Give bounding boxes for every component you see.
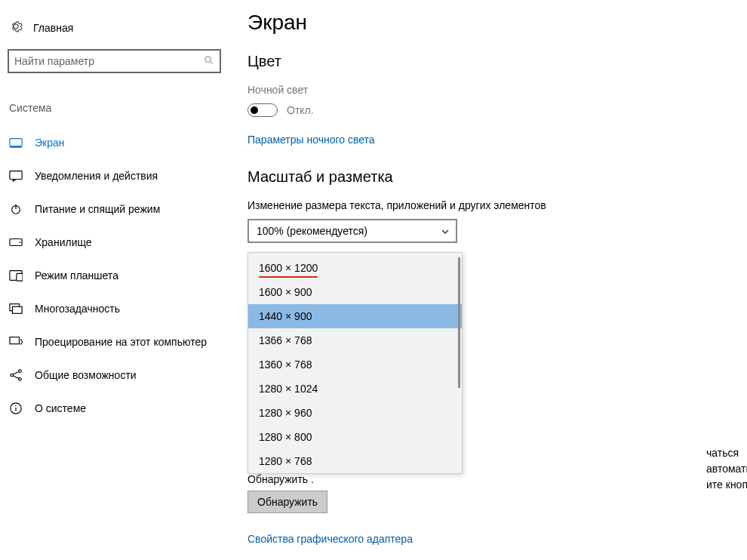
resolution-dropdown-list[interactable]: 1600 × 12001600 × 9001440 × 9001366 × 76… bbox=[247, 252, 463, 474]
sidebar-item-label: Уведомления и действия bbox=[35, 170, 158, 182]
scale-label: Изменение размера текста, приложений и д… bbox=[247, 199, 732, 211]
detect-button[interactable]: Обнаружить bbox=[247, 491, 327, 513]
sidebar-item-project[interactable]: Проецирование на этот компьютер bbox=[8, 325, 234, 358]
sidebar-item-notifications[interactable]: Уведомления и действия bbox=[8, 159, 234, 192]
sidebar-item-power[interactable]: Питание и спящий режим bbox=[8, 192, 234, 226]
search-icon bbox=[204, 55, 214, 68]
svg-point-18 bbox=[19, 378, 22, 381]
power-icon bbox=[9, 202, 23, 216]
sidebar-section-label: Система bbox=[8, 102, 234, 114]
resolution-option[interactable]: 1600 × 900 bbox=[248, 280, 462, 304]
project-icon bbox=[9, 335, 23, 349]
resolution-option[interactable]: 1280 × 960 bbox=[248, 401, 462, 425]
sidebar-item-display[interactable]: Экран bbox=[8, 126, 234, 159]
scrollbar[interactable] bbox=[458, 257, 460, 388]
adapter-link[interactable]: Свойства графического адаптера bbox=[247, 533, 413, 545]
chevron-down-icon bbox=[441, 226, 450, 235]
sidebar-item-label: Проецирование на этот компьютер bbox=[35, 336, 207, 348]
shared-icon bbox=[9, 368, 23, 382]
night-light-label: Ночной свет bbox=[247, 84, 732, 96]
sidebar-item-storage[interactable]: Хранилище bbox=[8, 226, 234, 259]
svg-point-21 bbox=[15, 405, 16, 406]
scale-dropdown-value: 100% (рекомендуется) bbox=[257, 225, 367, 237]
svg-rect-10 bbox=[17, 273, 23, 281]
sidebar-item-label: Режим планшета bbox=[35, 269, 118, 282]
behind-text-1: чаться автоматически. ите кнопку bbox=[468, 445, 747, 493]
resolution-option[interactable]: 1360 × 768 bbox=[248, 352, 462, 377]
sidebar-item-label: Хранилище bbox=[35, 236, 92, 248]
sidebar-item-label: Экран bbox=[35, 137, 65, 149]
svg-point-16 bbox=[11, 374, 14, 377]
notifications-icon bbox=[9, 169, 23, 183]
svg-point-8 bbox=[20, 242, 21, 243]
scale-dropdown[interactable]: 100% (рекомендуется) bbox=[247, 219, 457, 243]
search-input[interactable] bbox=[14, 55, 204, 67]
svg-rect-2 bbox=[10, 139, 22, 146]
home-label: Главная bbox=[33, 22, 73, 34]
multitask-icon bbox=[9, 302, 23, 315]
sidebar-item-multitask[interactable]: Многозадачность bbox=[8, 292, 234, 325]
sidebar-item-label: Питание и спящий режим bbox=[35, 203, 160, 215]
display-icon bbox=[9, 136, 23, 149]
svg-rect-12 bbox=[13, 306, 23, 313]
night-light-link[interactable]: Параметры ночного света bbox=[247, 134, 732, 146]
search-input-container[interactable] bbox=[8, 49, 221, 73]
sidebar-item-shared[interactable]: Общие возможности bbox=[8, 358, 234, 392]
behind-text-3: Обнаружить . bbox=[247, 472, 314, 488]
sidebar-item-tablet[interactable]: Режим планшета bbox=[8, 259, 234, 292]
page-title: Экран bbox=[247, 11, 732, 35]
resolution-option[interactable]: 1280 × 768 bbox=[248, 449, 462, 473]
sidebar-item-about[interactable]: О системе bbox=[8, 392, 234, 425]
resolution-option[interactable]: 1280 × 800 bbox=[248, 425, 462, 449]
gear-icon bbox=[9, 20, 23, 35]
svg-point-0 bbox=[205, 56, 211, 62]
section-color: Цвет bbox=[247, 53, 732, 70]
sidebar-item-label: Многозадачность bbox=[35, 303, 120, 315]
section-scale: Масштаб и разметка bbox=[247, 168, 732, 186]
home-link[interactable]: Главная bbox=[8, 15, 234, 49]
svg-rect-13 bbox=[10, 337, 20, 344]
sidebar-item-label: О системе bbox=[35, 402, 86, 414]
toggle-state-label: Откл. bbox=[287, 104, 314, 116]
sidebar-item-label: Общие возможности bbox=[35, 369, 137, 381]
main-content: Экран Цвет Ночной свет Откл. Параметры н… bbox=[241, 0, 747, 560]
sidebar: Главная Система ЭкранУведомления и дейст… bbox=[0, 0, 241, 560]
about-icon bbox=[9, 402, 23, 415]
storage-icon bbox=[9, 235, 23, 249]
resolution-option[interactable]: 1600 × 1200 bbox=[248, 256, 462, 280]
svg-rect-4 bbox=[10, 171, 22, 180]
resolution-option[interactable]: 1440 × 900 bbox=[248, 304, 462, 328]
resolution-option[interactable]: 1366 × 768 bbox=[248, 328, 462, 352]
resolution-option[interactable]: 1280 × 1024 bbox=[248, 377, 462, 401]
svg-point-17 bbox=[19, 370, 22, 373]
svg-line-1 bbox=[211, 61, 214, 64]
tablet-icon bbox=[9, 269, 23, 282]
night-light-toggle[interactable] bbox=[247, 103, 278, 117]
